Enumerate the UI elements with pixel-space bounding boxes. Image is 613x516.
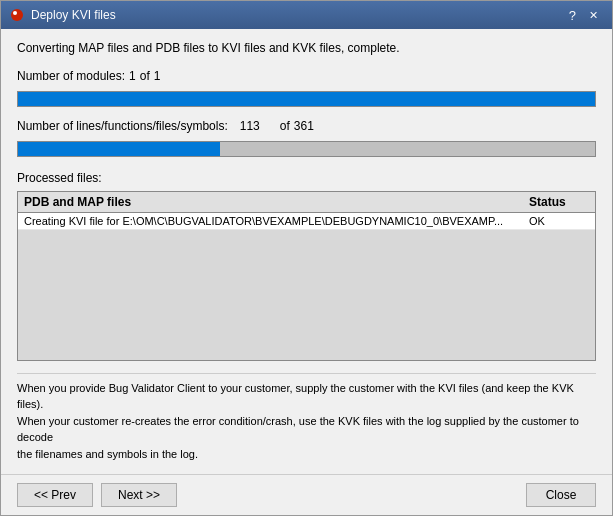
title-bar: Deploy KVI files ? ✕ bbox=[1, 1, 612, 29]
lines-of-text: of bbox=[280, 119, 290, 133]
lines-row: Number of lines/functions/files/symbols:… bbox=[17, 119, 596, 133]
window-title: Deploy KVI files bbox=[31, 8, 116, 22]
file-path: Creating KVI file for E:\OM\C\BUGVALIDAT… bbox=[24, 215, 529, 227]
modules-label: Number of modules: bbox=[17, 69, 125, 83]
help-button[interactable]: ? bbox=[565, 8, 580, 23]
modules-progress-fill bbox=[18, 92, 595, 106]
table-row: Creating KVI file for E:\OM\C\BUGVALIDAT… bbox=[18, 213, 595, 230]
modules-total: 1 bbox=[154, 69, 161, 83]
col-file-header: PDB and MAP files bbox=[24, 195, 529, 209]
title-bar-left: Deploy KVI files bbox=[9, 7, 116, 23]
lines-label: Number of lines/functions/files/symbols: bbox=[17, 119, 228, 133]
modules-row: Number of modules: 1 of 1 bbox=[17, 69, 596, 83]
title-bar-controls: ? ✕ bbox=[565, 6, 604, 24]
file-table: PDB and MAP files Status Creating KVI fi… bbox=[17, 191, 596, 361]
footer: << Prev Next >> Close bbox=[1, 474, 612, 515]
processed-label: Processed files: bbox=[17, 171, 596, 185]
info-text-content: When you provide Bug Validator Client to… bbox=[17, 382, 579, 460]
modules-of-text: of bbox=[140, 69, 150, 83]
svg-point-0 bbox=[11, 9, 23, 21]
footer-right: Close bbox=[526, 483, 596, 507]
col-status-header: Status bbox=[529, 195, 589, 209]
close-button[interactable]: Close bbox=[526, 483, 596, 507]
file-table-header: PDB and MAP files Status bbox=[18, 192, 595, 213]
info-text: When you provide Bug Validator Client to… bbox=[17, 373, 596, 463]
file-table-body: Creating KVI file for E:\OM\C\BUGVALIDAT… bbox=[18, 213, 595, 360]
status-text: Converting MAP files and PDB files to KV… bbox=[17, 41, 596, 55]
lines-total: 361 bbox=[294, 119, 314, 133]
svg-point-1 bbox=[13, 11, 17, 15]
deploy-kvi-dialog: Deploy KVI files ? ✕ Converting MAP file… bbox=[0, 0, 613, 516]
lines-progress-bar bbox=[17, 141, 596, 157]
lines-progress-fill bbox=[18, 142, 220, 156]
dialog-content: Converting MAP files and PDB files to KV… bbox=[1, 29, 612, 474]
lines-current: 113 bbox=[240, 119, 260, 133]
modules-current: 1 bbox=[129, 69, 136, 83]
app-icon bbox=[9, 7, 25, 23]
prev-button[interactable]: << Prev bbox=[17, 483, 93, 507]
modules-progress-bar bbox=[17, 91, 596, 107]
footer-left: << Prev Next >> bbox=[17, 483, 177, 507]
close-titlebar-button[interactable]: ✕ bbox=[582, 6, 604, 24]
next-button[interactable]: Next >> bbox=[101, 483, 177, 507]
file-status: OK bbox=[529, 215, 589, 227]
